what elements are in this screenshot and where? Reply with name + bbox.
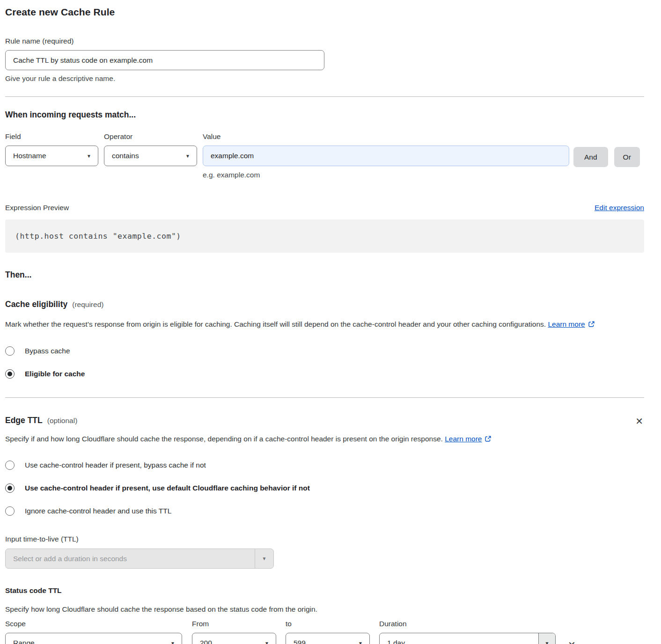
section-divider xyxy=(5,397,644,398)
edge-ttl-optional-tag: (optional) xyxy=(47,417,78,425)
chevron-down-icon: ▼ xyxy=(185,154,190,159)
from-select-value: 200 xyxy=(200,639,212,644)
status-code-ttl-description: Specify how long Cloudflare should cache… xyxy=(5,605,644,614)
and-button[interactable]: And xyxy=(573,147,608,167)
cache-eligibility-required-tag: (required) xyxy=(72,300,103,309)
field-select-value: Hostname xyxy=(13,152,46,160)
radio-icon xyxy=(5,461,15,470)
match-condition-row: Field Hostname ▼ Operator contains ▼ Val… xyxy=(5,132,644,179)
rule-name-group: Rule name (required) Give your rule a de… xyxy=(5,37,644,83)
value-label: Value xyxy=(203,132,569,141)
field-label: Field xyxy=(5,132,98,141)
edit-expression-link[interactable]: Edit expression xyxy=(595,204,644,212)
edge-ttl-description: Specify if and how long Cloudflare shoul… xyxy=(5,432,632,447)
chevron-down-icon: ▼ xyxy=(87,154,91,159)
operator-column: Operator contains ▼ xyxy=(104,132,197,166)
ttl-duration-select: Select or add a duration in seconds ▼ xyxy=(5,549,274,569)
from-label: From xyxy=(192,620,276,628)
close-icon[interactable]: ✕ xyxy=(634,416,644,427)
to-select[interactable]: 599 ▼ xyxy=(286,633,370,644)
to-label: to xyxy=(286,620,370,628)
edge-ttl-title: Edge TTL xyxy=(5,416,43,425)
from-select[interactable]: 200 ▼ xyxy=(192,633,276,644)
ttl-input-group: Input time-to-live (TTL) Select or add a… xyxy=(5,535,644,569)
from-column: From 200 ▼ xyxy=(192,620,276,644)
section-divider xyxy=(5,96,644,97)
edge-ttl-option-default-radio[interactable]: Use cache-control header if present, use… xyxy=(5,483,644,493)
edge-ttl-option-bypass-radio[interactable]: Use cache-control header if present, byp… xyxy=(5,461,644,470)
to-select-value: 599 xyxy=(294,639,306,644)
to-column: to 599 ▼ xyxy=(286,620,370,644)
ttl-input-label: Input time-to-live (TTL) xyxy=(5,535,644,543)
radio-icon xyxy=(5,346,15,356)
expression-preview-header: Expression Preview Edit expression xyxy=(5,204,644,212)
rule-name-help: Give your rule a descriptive name. xyxy=(5,74,644,83)
then-heading: Then... xyxy=(5,270,644,280)
radio-icon xyxy=(5,483,15,493)
duration-select[interactable]: 1 day ▼ xyxy=(379,633,556,644)
duration-column: Duration 1 day ▼ xyxy=(379,620,556,644)
eligible-for-cache-radio[interactable]: Eligible for cache xyxy=(5,369,644,379)
chevron-down-icon: ▼ xyxy=(255,549,273,568)
status-code-ttl-title: Status code TTL xyxy=(5,586,644,595)
create-cache-rule-form: Create new Cache Rule Rule name (require… xyxy=(0,0,661,644)
cache-eligibility-section: Cache eligibility (required) Mark whethe… xyxy=(5,300,644,379)
expression-code: (http.host contains "example.com") xyxy=(15,232,181,241)
match-section-heading: When incoming requests match... xyxy=(5,110,644,120)
chevron-down-icon: ▼ xyxy=(358,641,363,644)
scope-select-value: Range xyxy=(13,639,35,644)
operator-select[interactable]: contains ▼ xyxy=(104,146,197,166)
ttl-duration-placeholder: Select or add a duration in seconds xyxy=(6,549,255,568)
radio-icon xyxy=(5,369,15,379)
operator-select-value: contains xyxy=(112,152,139,160)
remove-status-ttl-icon[interactable]: ✕ xyxy=(567,639,577,644)
learn-more-link[interactable]: Learn more xyxy=(548,320,585,328)
page-title: Create new Cache Rule xyxy=(5,7,644,18)
cache-eligibility-options: Bypass cache Eligible for cache xyxy=(5,346,644,379)
scope-column: Scope Range ▼ xyxy=(5,620,182,644)
radio-icon xyxy=(5,506,15,516)
value-input[interactable] xyxy=(203,146,569,166)
expression-preview-box: (http.host contains "example.com") xyxy=(5,220,644,253)
bypass-cache-radio[interactable]: Bypass cache xyxy=(5,346,644,356)
field-column: Field Hostname ▼ xyxy=(5,132,98,166)
value-hint: e.g. example.com xyxy=(203,171,569,179)
operator-label: Operator xyxy=(104,132,197,141)
status-code-ttl-row: Scope Range ▼ From 200 ▼ to 599 ▼ xyxy=(5,620,644,644)
rule-name-label: Rule name (required) xyxy=(5,37,644,45)
or-button[interactable]: Or xyxy=(614,147,640,167)
rule-name-input[interactable] xyxy=(5,50,324,70)
status-code-ttl-section: Status code TTL Specify how long Cloudfl… xyxy=(5,586,644,644)
learn-more-link[interactable]: Learn more xyxy=(445,435,482,443)
scope-label: Scope xyxy=(5,620,182,628)
duration-label: Duration xyxy=(379,620,556,628)
cache-eligibility-title: Cache eligibility xyxy=(5,300,67,309)
external-link-icon xyxy=(485,433,492,447)
cache-eligibility-description: Mark whether the request’s response from… xyxy=(5,318,632,332)
duration-select-value: 1 day xyxy=(380,633,538,644)
cache-eligibility-title-row: Cache eligibility (required) xyxy=(5,300,644,309)
field-select[interactable]: Hostname ▼ xyxy=(5,146,98,166)
scope-select[interactable]: Range ▼ xyxy=(5,633,182,644)
chevron-down-icon: ▼ xyxy=(538,633,555,644)
value-column: Value e.g. example.com xyxy=(203,132,569,179)
chevron-down-icon: ▼ xyxy=(264,641,269,644)
chevron-down-icon: ▼ xyxy=(170,641,175,644)
edge-ttl-option-ignore-radio[interactable]: Ignore cache-control header and use this… xyxy=(5,506,644,516)
edge-ttl-header: Edge TTL (optional) ✕ xyxy=(5,416,644,427)
external-link-icon xyxy=(588,319,595,332)
expression-preview-label: Expression Preview xyxy=(5,204,69,212)
edge-ttl-options: Use cache-control header if present, byp… xyxy=(5,461,644,516)
